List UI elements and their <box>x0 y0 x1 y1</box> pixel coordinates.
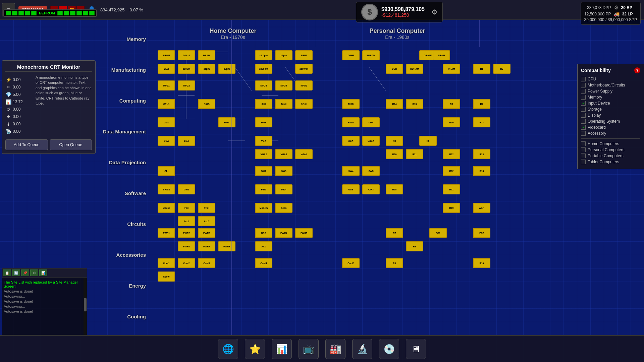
tech-node-pwr-5[interactable]: PWR5 <box>295 228 313 238</box>
tech-node-2[interactable]: ≤10μm <box>178 64 195 74</box>
tech-node-r7[interactable]: R7 <box>386 228 403 238</box>
tech-node-cir-3[interactable]: CIR3 <box>362 184 380 194</box>
tech-node-mfg-3[interactable]: MFG3 <box>255 80 272 90</box>
tech-node-r10[interactable]: R10 <box>473 258 490 268</box>
tech-node-pwr-6[interactable]: PWR6 <box>178 241 195 251</box>
compat-item-display[interactable]: Display <box>581 113 640 118</box>
log-icon-2[interactable]: 🔄 <box>12 269 20 276</box>
tech-node-sw-3[interactable]: SW3 <box>275 166 292 176</box>
tech-node-dp-5[interactable]: VGA4 <box>295 149 313 159</box>
factory-button[interactable]: 🏭 <box>325 339 345 359</box>
tech-node-ps2[interactable]: PS/2 <box>255 184 272 194</box>
compat-checkbox[interactable] <box>581 83 586 87</box>
compat-checkbox[interactable] <box>581 147 586 152</box>
tech-node-pwr-4[interactable]: PWR4 <box>275 228 292 238</box>
tech-node-pc2[interactable]: PC2 <box>473 228 490 238</box>
compat-computer-personal-computers[interactable]: Personal Computers <box>581 147 640 152</box>
tech-node-dp-4[interactable]: VGA3 <box>275 149 292 159</box>
compat-checkbox[interactable] <box>581 107 586 112</box>
tech-node-pwr-2[interactable]: PWR2 <box>178 228 195 238</box>
compat-item-cpu[interactable]: CPU <box>581 77 640 81</box>
tech-node-r11[interactable]: R11 <box>443 184 460 194</box>
tech-node-pwr-7[interactable]: PWR7 <box>198 241 215 251</box>
compat-item-power-supply[interactable]: Power Supply <box>581 89 640 94</box>
tech-node-dm-3[interactable]: DM3 <box>255 117 272 127</box>
tech-node-dp-1[interactable]: CGA <box>158 136 175 146</box>
tech-node-r9[interactable]: R9 <box>386 258 403 268</box>
tech-node-acc-7[interactable]: Acc7 <box>198 216 215 226</box>
tech-node-sw-4[interactable]: SW4 <box>342 166 360 176</box>
tech-node-cool-2[interactable]: Cool2 <box>178 258 195 268</box>
tech-node-cool-3[interactable]: Cool3 <box>198 258 215 268</box>
compat-item-motherboard-circuits[interactable]: Motherboard/Circuits <box>581 83 640 87</box>
tech-node-mfg-2[interactable]: MFG2 <box>178 80 195 90</box>
tech-node-cool-6[interactable]: Cool6 <box>158 272 175 282</box>
tech-node-r1[interactable]: R1 <box>473 64 490 74</box>
tech-node-e3-extra3[interactable]: VRAM <box>443 64 460 74</box>
tech-node-cpu-1[interactable]: CPU1 <box>158 99 175 109</box>
tech-node-r12[interactable]: R12 <box>443 166 460 176</box>
compat-checkbox[interactable] <box>581 95 586 100</box>
tech-node-3[interactable]: ≤5μm <box>198 64 215 74</box>
tech-node-32bit[interactable]: 32bit <box>295 99 313 109</box>
tech-node-midi[interactable]: MIDI <box>275 184 292 194</box>
log-icon-4[interactable]: ⚙ <box>30 269 38 276</box>
tech-node-ups[interactable]: UPS <box>255 228 272 238</box>
tech-node-cir-1[interactable]: BIOS2 <box>158 184 175 194</box>
tech-node-e3-1[interactable]: DIMM <box>342 50 360 60</box>
research-button[interactable]: 🔬 <box>352 339 372 359</box>
tech-node-vga[interactable]: VGA <box>255 136 272 146</box>
compat-item-operating-system[interactable]: Operating System <box>581 119 640 124</box>
compat-checkbox[interactable] <box>581 160 586 164</box>
tech-node-e2-5[interactable]: ≤600nm <box>295 64 313 74</box>
compat-checkbox[interactable] <box>581 141 586 146</box>
compat-computer-tablet-computers[interactable]: Tablet Computers <box>581 160 640 164</box>
tech-node-acc-6[interactable]: Acc6 <box>178 216 195 226</box>
tech-node-e3-extra4[interactable]: SRAM <box>433 50 450 60</box>
tech-node-r4[interactable]: R4 <box>473 99 490 109</box>
compat-checkbox[interactable] <box>581 89 586 94</box>
tech-node-e2-2[interactable]: ≤1μm <box>275 50 292 60</box>
world-button[interactable]: 🌐 <box>218 339 238 359</box>
compat-help-button[interactable]: ? <box>634 67 640 73</box>
tech-node-mfg-4[interactable]: MFG4 <box>275 80 292 90</box>
tech-node-r8[interactable]: R8 <box>406 241 423 251</box>
compat-item-memory[interactable]: Memory <box>581 95 640 100</box>
tech-node-sw-5[interactable]: SW5 <box>362 166 380 176</box>
tech-node-risc[interactable]: RISC <box>342 99 360 109</box>
tech-node-ylsi[interactable]: YLSI <box>158 64 175 74</box>
log-scrollbar-thumb[interactable] <box>84 298 87 311</box>
tech-node-usb[interactable]: USB <box>342 184 360 194</box>
tech-node-dp-3[interactable]: VGA2 <box>255 149 272 159</box>
compat-item-input-device[interactable]: ✓ Input Device <box>581 101 640 106</box>
tech-node-r3[interactable]: R3 <box>443 99 460 109</box>
add-to-queue-button[interactable]: Add To Queue <box>5 139 48 150</box>
tech-node-bios[interactable]: BIOS <box>198 99 215 109</box>
tech-node-cool-1[interactable]: Cool1 <box>158 258 175 268</box>
tech-node-xga[interactable]: XGA <box>342 136 360 146</box>
tech-node-dp-2[interactable]: EGA <box>178 136 195 146</box>
tech-node-acc-1[interactable]: Mouse <box>158 203 175 213</box>
tech-node-acc-4[interactable]: Modem <box>255 203 272 213</box>
tech-node-dm-4[interactable]: DM4 <box>362 117 380 127</box>
tech-node-pwr-8[interactable]: PWR8 <box>218 241 235 251</box>
tech-node-prom[interactable]: PROM <box>158 50 175 60</box>
tech-node-acc-2[interactable]: Fax <box>178 203 195 213</box>
tech-node-r15[interactable]: R15 <box>406 99 423 109</box>
compat-computer-portable-computers[interactable]: Portable Computers <box>581 154 640 158</box>
tech-node-cir-2[interactable]: CIR2 <box>178 184 195 194</box>
compat-checkbox[interactable] <box>581 119 586 124</box>
tech-node-cool-4[interactable]: Cool4 <box>255 258 272 268</box>
tech-node-r19[interactable]: R19 <box>443 203 460 213</box>
tech-node-mfg-1[interactable]: MFG1 <box>158 80 175 90</box>
tech-node-e2-4[interactable]: ≤500nm <box>255 64 272 74</box>
open-queue-button[interactable]: Open Queue <box>50 139 92 150</box>
tech-node-r13[interactable]: R13 <box>473 166 490 176</box>
disc-button[interactable]: 💿 <box>379 339 399 359</box>
money-settings-icon[interactable]: ⚙ <box>431 8 437 16</box>
tech-node-dm-2[interactable]: DM2 <box>218 117 235 127</box>
tech-node-r16[interactable]: R16 <box>443 117 460 127</box>
tech-node-acc-3[interactable]: Print <box>198 203 215 213</box>
compat-checkbox[interactable] <box>581 154 586 158</box>
tech-node-dm-1[interactable]: DM1 <box>158 117 175 127</box>
